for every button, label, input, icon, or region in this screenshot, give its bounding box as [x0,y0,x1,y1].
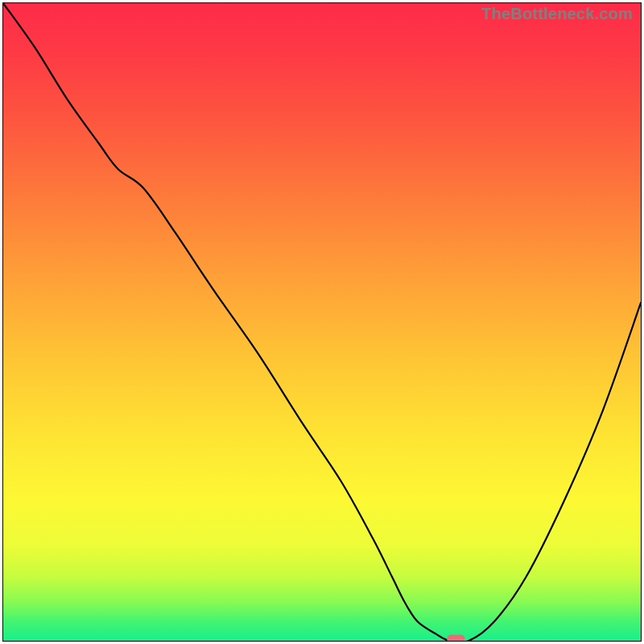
optimal-marker [447,635,464,642]
gradient-background [3,3,641,641]
bottleneck-plot [3,3,641,641]
watermark-label: TheBottleneck.com [481,5,633,23]
chart-frame: TheBottleneck.com [2,2,642,642]
